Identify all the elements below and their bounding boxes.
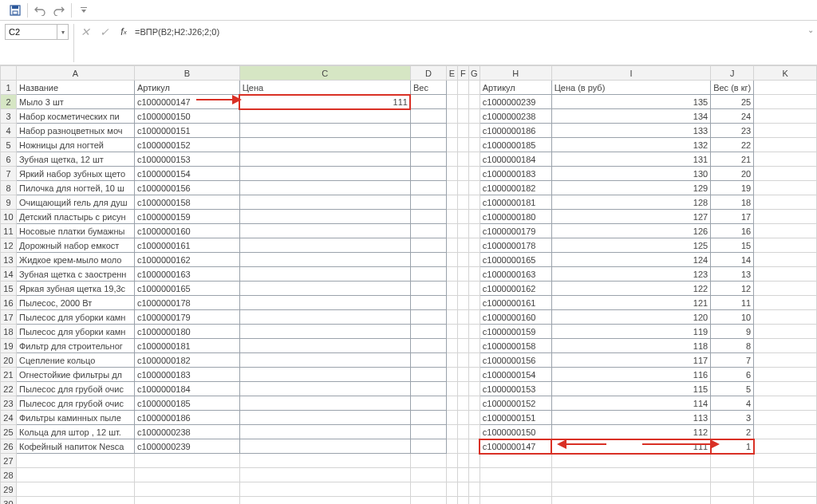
row-header-14[interactable]: 14 [1, 267, 17, 282]
cell-J14[interactable]: 13 [711, 267, 754, 282]
cell-D30[interactable] [410, 497, 446, 505]
cell-I27[interactable] [551, 454, 710, 468]
cell-F3[interactable] [457, 109, 468, 124]
cell-B18[interactable]: c1000000180 [134, 325, 239, 339]
qat-customize-icon[interactable] [75, 2, 93, 19]
cell-D19[interactable] [410, 339, 446, 353]
cell-C29[interactable] [239, 482, 410, 497]
row-header-5[interactable]: 5 [1, 138, 17, 152]
cell-A23[interactable]: Пылесос для грубой очис [16, 396, 134, 411]
cell-F20[interactable] [457, 353, 468, 368]
cell-K27[interactable] [754, 454, 817, 468]
cell-B15[interactable]: c1000000165 [134, 282, 239, 296]
cell-J15[interactable]: 12 [711, 282, 754, 296]
row-header-23[interactable]: 23 [1, 396, 17, 411]
col-header-K[interactable]: K [754, 66, 817, 81]
cell-J24[interactable]: 3 [711, 411, 754, 425]
cell-D6[interactable] [410, 152, 446, 167]
col-header-B[interactable]: B [134, 66, 239, 81]
cell-F25[interactable] [457, 425, 468, 439]
cell-G11[interactable] [468, 224, 480, 238]
cell-I4[interactable]: 133 [551, 124, 710, 138]
cell-J25[interactable]: 2 [711, 425, 754, 439]
cell-I1[interactable]: Цена (в руб) [551, 81, 710, 95]
cell-E30[interactable] [446, 497, 457, 505]
cell-E2[interactable] [446, 95, 457, 109]
cell-G2[interactable] [468, 95, 480, 109]
cell-B6[interactable]: c1000000153 [134, 152, 239, 167]
cell-C4[interactable] [239, 124, 410, 138]
cell-D25[interactable] [410, 425, 446, 439]
cell-K23[interactable] [754, 396, 817, 411]
cell-A11[interactable]: Носовые платки бумажны [16, 224, 134, 238]
cell-H10[interactable]: c1000000180 [480, 210, 551, 224]
cell-A27[interactable] [16, 454, 134, 468]
cell-E7[interactable] [446, 167, 457, 181]
cell-G24[interactable] [468, 411, 480, 425]
cell-C25[interactable] [239, 425, 410, 439]
row-header-6[interactable]: 6 [1, 152, 17, 167]
cell-H23[interactable]: c1000000152 [480, 396, 551, 411]
cell-J7[interactable]: 20 [711, 167, 754, 181]
cell-J26[interactable]: 1 [711, 439, 754, 454]
cell-E23[interactable] [446, 396, 457, 411]
cell-B3[interactable]: c1000000150 [134, 109, 239, 124]
cell-A9[interactable]: Очищающий гель для душ [16, 195, 134, 210]
col-header-I[interactable]: I [551, 66, 710, 81]
cell-J29[interactable] [711, 482, 754, 497]
cell-J10[interactable]: 17 [711, 210, 754, 224]
worksheet[interactable]: ABCDEFGHIJK1НазваниеАртикулЦенаВесАртику… [0, 65, 817, 504]
cell-J2[interactable]: 25 [711, 95, 754, 109]
select-all-corner[interactable] [1, 66, 17, 81]
cell-H8[interactable]: c1000000182 [480, 181, 551, 195]
cell-F26[interactable] [457, 439, 468, 454]
cell-A25[interactable]: Кольца для штор , 12 шт. [16, 425, 134, 439]
cell-G8[interactable] [468, 181, 480, 195]
cell-G18[interactable] [468, 325, 480, 339]
cell-F24[interactable] [457, 411, 468, 425]
cell-H9[interactable]: c1000000181 [480, 195, 551, 210]
cell-H18[interactable]: c1000000159 [480, 325, 551, 339]
cell-K5[interactable] [754, 138, 817, 152]
cell-F12[interactable] [457, 238, 468, 253]
cell-B10[interactable]: c1000000159 [134, 210, 239, 224]
cell-I7[interactable]: 130 [551, 167, 710, 181]
cell-B27[interactable] [134, 454, 239, 468]
cell-C2[interactable]: 111 [239, 95, 410, 109]
cell-B30[interactable] [134, 497, 239, 505]
cell-B26[interactable]: c1000000239 [134, 439, 239, 454]
cell-D9[interactable] [410, 195, 446, 210]
cell-I10[interactable]: 127 [551, 210, 710, 224]
cell-J11[interactable]: 16 [711, 224, 754, 238]
cell-K13[interactable] [754, 253, 817, 267]
cell-K4[interactable] [754, 124, 817, 138]
cell-I16[interactable]: 121 [551, 296, 710, 310]
row-header-11[interactable]: 11 [1, 224, 17, 238]
cell-B19[interactable]: c1000000181 [134, 339, 239, 353]
cell-B20[interactable]: c1000000182 [134, 353, 239, 368]
cell-B23[interactable]: c1000000185 [134, 396, 239, 411]
cell-D14[interactable] [410, 267, 446, 282]
cell-K8[interactable] [754, 181, 817, 195]
cell-E17[interactable] [446, 310, 457, 325]
cell-B28[interactable] [134, 468, 239, 482]
cell-C11[interactable] [239, 224, 410, 238]
cell-C26[interactable] [239, 439, 410, 454]
cell-I26[interactable]: 111 [551, 439, 710, 454]
cell-G19[interactable] [468, 339, 480, 353]
row-header-22[interactable]: 22 [1, 382, 17, 396]
cell-J27[interactable] [711, 454, 754, 468]
cell-C1[interactable]: Цена [239, 81, 410, 95]
col-header-D[interactable]: D [410, 66, 446, 81]
cell-H29[interactable] [480, 482, 551, 497]
row-header-26[interactable]: 26 [1, 439, 17, 454]
cell-F17[interactable] [457, 310, 468, 325]
cell-H27[interactable] [480, 454, 551, 468]
cell-K1[interactable] [754, 81, 817, 95]
cell-E9[interactable] [446, 195, 457, 210]
cell-B12[interactable]: c1000000161 [134, 238, 239, 253]
cell-E29[interactable] [446, 482, 457, 497]
cell-D5[interactable] [410, 138, 446, 152]
cell-C19[interactable] [239, 339, 410, 353]
cell-C20[interactable] [239, 353, 410, 368]
